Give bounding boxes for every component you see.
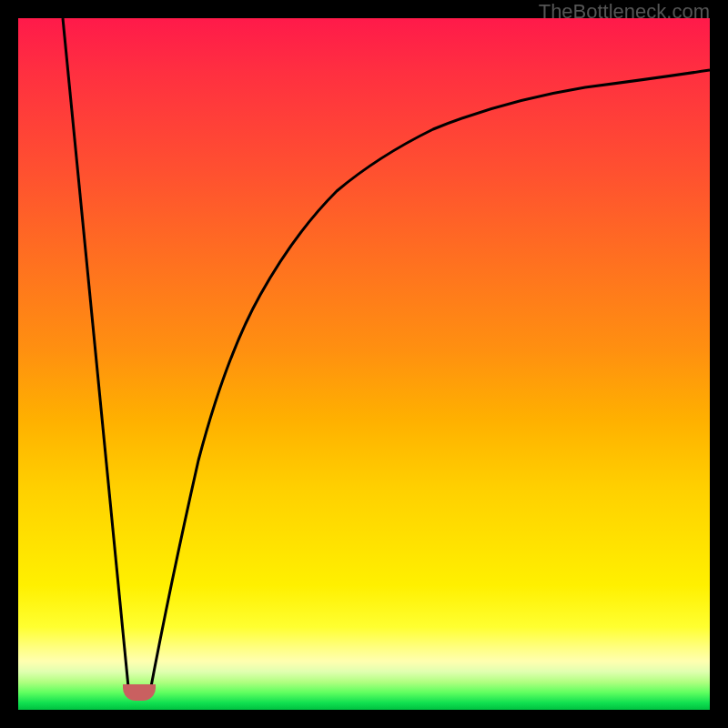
left-line	[63, 18, 129, 696]
chart-svg	[18, 18, 710, 710]
chart-container: TheBottleneck.com	[0, 0, 728, 728]
plot-area	[18, 18, 710, 710]
watermark-text: TheBottleneck.com	[539, 0, 710, 24]
right-curve	[149, 70, 710, 696]
